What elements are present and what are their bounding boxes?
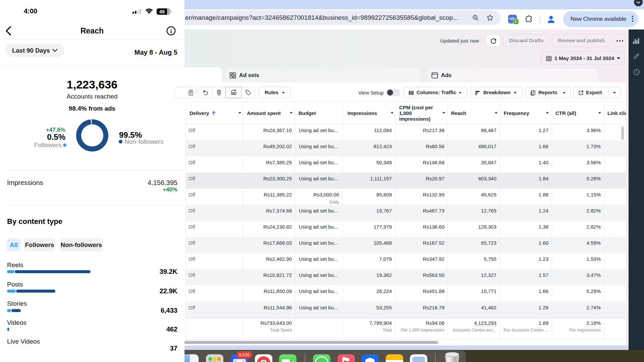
svg-text:45: 45 (159, 9, 165, 14)
